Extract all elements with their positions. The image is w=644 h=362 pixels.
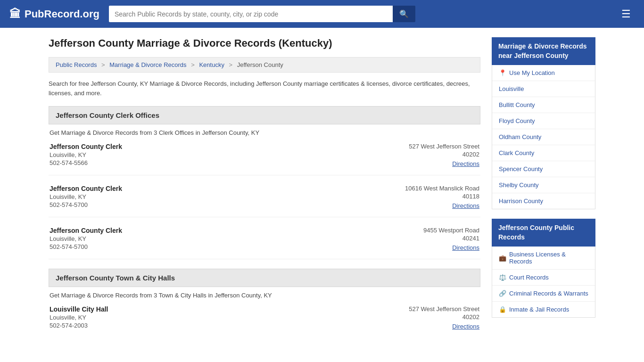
clerk-1-phone: 502-574-5566 (50, 159, 122, 166)
criminal-icon: 🔗 (499, 290, 506, 297)
cityhall-section-header: Jefferson County Town & City Halls (49, 269, 480, 287)
clerk-entry-1: Jefferson County Clerk Louisville, KY 50… (49, 143, 480, 175)
clerk-3-directions[interactable]: Directions (452, 244, 479, 251)
cityhall-entry-1-left: Louisville City Hall Louisville, KY 502-… (50, 305, 108, 330)
clerk-entry-2-left: Jefferson County Clerk Louisville, KY 50… (50, 185, 122, 209)
clerk-entry-2-right: 10616 West Manslick Road 40118 Direction… (376, 185, 479, 209)
clerk-section-header: Jefferson County Clerk Offices (49, 106, 480, 124)
cityhall-1-zip: 40202 (376, 313, 479, 321)
sidebar-item-floyd[interactable]: Floyd County (492, 113, 595, 129)
menu-button[interactable]: ☰ (618, 6, 635, 22)
search-bar: 🔍 (109, 6, 415, 22)
inmate-icon: 🔒 (499, 306, 506, 313)
breadcrumb-sep-1: > (101, 61, 105, 68)
clerk-entry-2: Jefferson County Clerk Louisville, KY 50… (49, 185, 480, 217)
sidebar-item-court[interactable]: ⚖️ Court Records (492, 270, 595, 286)
clerk-1-city: Louisville, KY (50, 151, 122, 158)
sidebar-item-harrison[interactable]: Harrison County (492, 193, 595, 209)
clerk-3-phone: 502-574-5700 (50, 243, 122, 250)
clerk-2-directions[interactable]: Directions (452, 202, 479, 209)
clerk-3-name: Jefferson County Clerk (50, 227, 122, 234)
cityhall-1-directions[interactable]: Directions (452, 323, 479, 330)
cityhall-1-city: Louisville, KY (50, 314, 108, 321)
clerk-entry-3-left: Jefferson County Clerk Louisville, KY 50… (50, 227, 122, 251)
cityhall-1-name: Louisville City Hall (50, 305, 108, 313)
sidebar-pub-records-title: Jefferson County Public Records (492, 219, 595, 247)
clerk-3-city: Louisville, KY (50, 235, 122, 242)
breadcrumb-sep-3: > (229, 61, 233, 68)
sidebar: Marriage & Divorce Records near Jefferso… (492, 37, 595, 347)
page-description: Search for free Jefferson County, KY Mar… (49, 79, 480, 98)
clerk-section-desc: Get Marriage & Divorce Records from 3 Cl… (49, 129, 480, 136)
cityhall-1-address: 527 West Jefferson Street (376, 305, 479, 313)
clerk-entry-1-right: 527 West Jefferson Street 40202 Directio… (376, 143, 479, 167)
breadcrumb: Public Records > Marriage & Divorce Reco… (49, 57, 480, 73)
logo-text: PubRecord.org (25, 8, 99, 20)
content-area: Jefferson County Marriage & Divorce Reco… (49, 37, 480, 347)
clerk-entry-3-right: 9455 Westport Road 40241 Directions (376, 227, 479, 251)
sidebar-item-clark[interactable]: Clark County (492, 145, 595, 161)
search-button[interactable]: 🔍 (393, 6, 415, 22)
cityhall-entry-1: Louisville City Hall Louisville, KY 502-… (49, 305, 480, 337)
breadcrumb-marriage-records[interactable]: Marriage & Divorce Records (109, 61, 186, 68)
clerk-1-zip: 40202 (376, 151, 479, 158)
sidebar-item-louisville[interactable]: Louisville (492, 81, 595, 97)
cityhall-entry-1-right: 527 West Jefferson Street 40202 Directio… (376, 305, 479, 330)
clerk-1-name: Jefferson County Clerk (50, 143, 122, 150)
sidebar-item-criminal[interactable]: 🔗 Criminal Records & Warrants (492, 286, 595, 302)
page-title: Jefferson County Marriage & Divorce Reco… (49, 37, 480, 49)
site-logo[interactable]: 🏛 PubRecord.org (9, 8, 99, 21)
building-icon: 🏛 (9, 8, 21, 21)
clerk-entry-3: Jefferson County Clerk Louisville, KY 50… (49, 227, 480, 259)
sidebar-item-bullitt[interactable]: Bullitt County (492, 97, 595, 113)
sidebar-item-oldham[interactable]: Oldham County (492, 129, 595, 145)
clerk-2-name: Jefferson County Clerk (50, 185, 122, 192)
clerk-3-zip: 40241 (376, 235, 479, 242)
sidebar-item-shelby[interactable]: Shelby County (492, 177, 595, 193)
clerk-2-city: Louisville, KY (50, 193, 122, 200)
clerk-3-address: 9455 Westport Road (376, 227, 479, 234)
clerk-2-zip: 40118 (376, 193, 479, 200)
sidebar-item-business[interactable]: 💼 Business Licenses & Records (492, 247, 595, 270)
sidebar-nearby-title: Marriage & Divorce Records near Jefferso… (492, 37, 595, 65)
cityhall-1-phone: 502-574-2003 (50, 322, 108, 329)
court-icon: ⚖️ (499, 274, 506, 281)
business-icon: 💼 (499, 255, 506, 262)
sidebar-item-spencer[interactable]: Spencer County (492, 161, 595, 177)
clerk-1-address: 527 West Jefferson Street (376, 143, 479, 150)
sidebar-use-location[interactable]: 📍 Use My Location (492, 65, 595, 81)
search-icon: 🔍 (399, 10, 409, 18)
location-icon: 📍 (499, 69, 506, 76)
sidebar-item-inmate[interactable]: 🔒 Inmate & Jail Records (492, 302, 595, 317)
sidebar-pub-records-list: 💼 Business Licenses & Records ⚖️ Court R… (492, 247, 595, 318)
sidebar-nearby-list: 📍 Use My Location Louisville Bullitt Cou… (492, 65, 595, 209)
main-container: Jefferson County Marriage & Divorce Reco… (39, 28, 605, 356)
cityhall-section-desc: Get Marriage & Divorce Records from 3 To… (49, 292, 480, 299)
clerk-2-phone: 502-574-5700 (50, 201, 122, 208)
site-header: 🏛 PubRecord.org 🔍 ☰ (0, 0, 644, 28)
clerk-entry-1-left: Jefferson County Clerk Louisville, KY 50… (50, 143, 122, 167)
clerk-2-address: 10616 West Manslick Road (376, 185, 479, 192)
breadcrumb-public-records[interactable]: Public Records (56, 61, 97, 68)
breadcrumb-kentucky[interactable]: Kentucky (199, 61, 224, 68)
breadcrumb-jefferson-county: Jefferson County (237, 61, 283, 68)
breadcrumb-sep-2: > (191, 61, 195, 68)
hamburger-icon: ☰ (621, 8, 631, 20)
search-input[interactable] (109, 6, 393, 22)
clerk-1-directions[interactable]: Directions (452, 160, 479, 167)
